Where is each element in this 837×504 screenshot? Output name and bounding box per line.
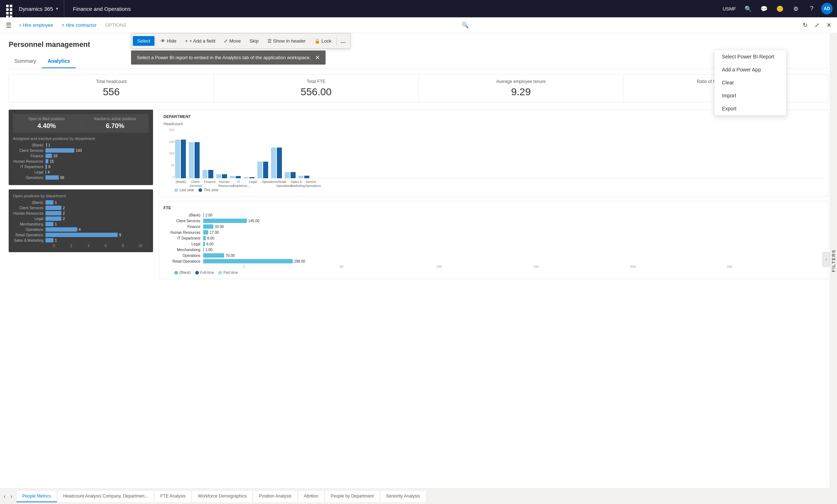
open-positions-chart: Open positions by department (Blank) 1 C…: [9, 189, 153, 252]
menu-item-select-pbi[interactable]: Select Power BI Report: [715, 50, 786, 63]
list-item: Human Resources 2: [13, 211, 149, 215]
close-icon[interactable]: ✕: [824, 19, 834, 31]
show-in-header-button[interactable]: ☰ Show in header: [263, 36, 310, 46]
move-icon: ⤢: [224, 38, 228, 44]
tab-summary[interactable]: Summary: [9, 54, 42, 68]
add-icon: +: [185, 38, 188, 44]
stat-fte-value: 556.00: [221, 86, 411, 98]
second-nav: ☰ + Hire employee + Hire contractor OPTI…: [0, 17, 837, 33]
hamburger-icon[interactable]: ☰: [3, 18, 14, 32]
legend-this-year: This year: [199, 188, 218, 192]
more-options-icon[interactable]: ...: [337, 35, 349, 47]
open-to-filled-metric: Open to filled positions 4.40%: [13, 114, 80, 133]
list-item: Sales & Marketing: [291, 180, 302, 188]
help-icon[interactable]: ?: [805, 2, 818, 15]
hire-contractor-button[interactable]: + Hire contractor: [57, 20, 101, 30]
chat-icon[interactable]: 💬: [758, 2, 771, 15]
search-nav-icon[interactable]: 🔍: [459, 19, 472, 31]
lock-button[interactable]: 🔒 Lock: [310, 36, 336, 46]
fte-legend-fulltime: Full-time: [195, 271, 214, 275]
fte-legend: (Blank) Full-time Part-time: [164, 271, 824, 275]
blank-label: (Blank): [179, 271, 191, 275]
popout-icon[interactable]: ⤢: [812, 19, 822, 31]
tooltip-text: Select a Power BI report to embed in the…: [137, 55, 311, 60]
filters-sidebar[interactable]: FILTERS: [830, 33, 837, 488]
list-item: IT Departme...: [233, 180, 244, 188]
hide-button[interactable]: 👁 Hide: [156, 36, 181, 46]
list-item: (Blank) 1: [13, 200, 149, 205]
refresh-icon[interactable]: ↻: [800, 19, 810, 31]
list-item: Sales & Marketing 1: [13, 238, 149, 242]
list-item: Legal: [247, 180, 259, 188]
search-icon[interactable]: 🔍: [742, 2, 755, 15]
list-item: Human Resources 15: [13, 159, 149, 163]
stat-fte-label: Total FTE: [221, 79, 411, 84]
menu-item-export[interactable]: Export: [715, 102, 786, 115]
list-item: (Blank) 2.00: [164, 213, 824, 217]
blank-dot: [174, 271, 178, 275]
parttime-label: Part-time: [223, 271, 238, 275]
toolbar-divider-2: [336, 37, 337, 45]
add-field-button[interactable]: + + Add a field: [181, 36, 220, 46]
fte-bars: (Blank) 2.00 Client Services 145.00 Fina…: [164, 213, 824, 263]
list-item: IT Department 8.00: [164, 236, 824, 240]
list-item: Legal 2: [13, 216, 149, 221]
collapse-button[interactable]: ‹: [823, 252, 830, 267]
move-button[interactable]: ⤢ Move: [219, 36, 245, 46]
list-item: [202, 170, 213, 178]
smiley-icon[interactable]: 🙂: [773, 2, 786, 15]
last-year-label: Last year: [179, 188, 194, 192]
list-item: Legal 4: [13, 170, 149, 174]
list-item: [285, 172, 296, 178]
brand-d365-label[interactable]: Dynamics 365: [19, 6, 53, 12]
hire-employee-button[interactable]: + Hire employee: [14, 20, 57, 30]
tooltip-close-button[interactable]: ✕: [315, 54, 320, 61]
right-panel: DEPARTMENT Headcount 0 50 100 150 200: [159, 110, 828, 470]
left-panel: Open to filled positions 4.40% Inactive …: [9, 110, 153, 470]
menu-item-clear[interactable]: Clear: [715, 76, 786, 89]
inactive-to-active-label: Inactive to active positions: [84, 117, 146, 121]
list-item: [175, 140, 186, 178]
brand-chevron-icon[interactable]: ▾: [56, 6, 58, 11]
module-name-label: Finance and Operations: [67, 6, 131, 12]
fte-legend-parttime: Part-time: [218, 271, 238, 275]
legend-last-year: Last year: [174, 188, 194, 192]
open-positions-title: Open positions by department: [13, 194, 149, 198]
tab-analytics[interactable]: Analytics: [42, 54, 76, 68]
list-item: Retail Operations: [276, 180, 288, 188]
list-item: [230, 176, 241, 178]
skip-button[interactable]: Skip: [245, 36, 263, 46]
top-nav: Dynamics 365 ▾ Finance and Operations US…: [0, 0, 837, 17]
fte-chart: FTE (Blank) 2.00 Client Services 145.00 …: [159, 201, 828, 279]
stat-tenure-label: Average employee tenure: [426, 79, 616, 84]
list-item: Legal 6.00: [164, 242, 824, 246]
settings-icon[interactable]: ⚙: [789, 2, 802, 15]
stat-fte: Total FTE 556.00: [214, 75, 419, 102]
list-item: Retail Operations 298.00: [164, 259, 824, 263]
list-item: IT Department 8: [13, 165, 149, 169]
stat-headcount: Total headcount 556: [9, 75, 214, 102]
positions-chart: Open to filled positions 4.40% Inactive …: [9, 110, 153, 185]
department-chart: DEPARTMENT Headcount 0 50 100 150 200: [159, 110, 828, 197]
menu-item-import[interactable]: Import: [715, 89, 786, 102]
pos-divider: [81, 114, 81, 133]
this-year-dot: [199, 188, 202, 192]
parttime-dot: [218, 271, 222, 275]
select-button[interactable]: Select: [133, 36, 154, 46]
options-label: OPTIONS: [101, 20, 131, 30]
dashboard-grid: Open to filled positions 4.40% Inactive …: [9, 110, 828, 470]
list-item: Operations 70.00: [164, 253, 824, 258]
main-content: Personnel management Summary Analytics T…: [0, 33, 837, 488]
this-year-label: This year: [204, 188, 218, 192]
header-icon: ☰: [267, 38, 272, 44]
open-to-filled-value: 4.40%: [16, 122, 78, 130]
dept-legend: Last year This year: [164, 188, 824, 192]
list-item: Client Services 2: [13, 206, 149, 210]
list-item: Client Services 145.00: [164, 219, 824, 223]
toolbar-divider-1: [155, 37, 156, 45]
positions-metrics-row: Open to filled positions 4.40% Inactive …: [13, 114, 149, 133]
waffle-icon[interactable]: [4, 3, 16, 14]
user-avatar[interactable]: AD: [821, 3, 833, 14]
menu-item-add-power-app[interactable]: Add a Power App: [715, 63, 786, 76]
list-item: Finance: [204, 180, 215, 188]
